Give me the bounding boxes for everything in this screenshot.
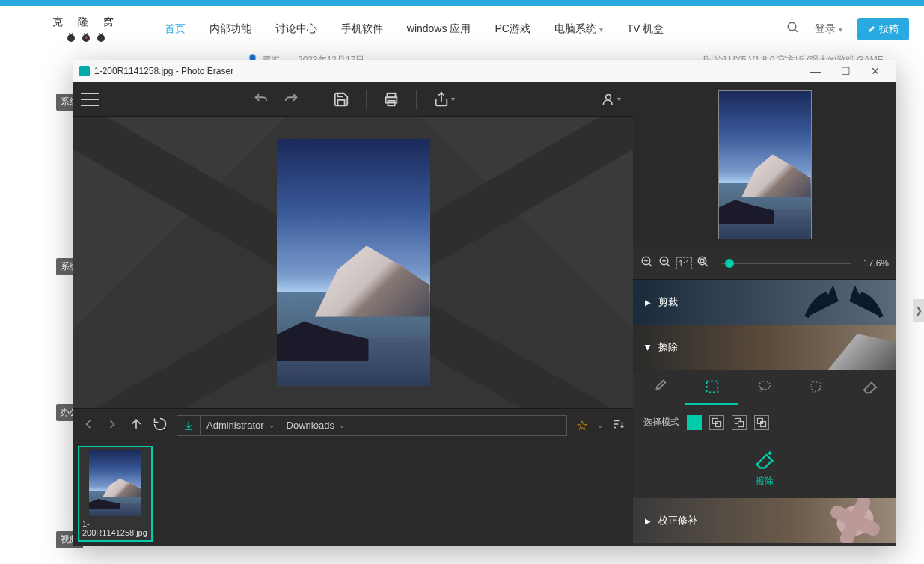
bug-icon xyxy=(95,31,107,43)
zoom-value: 17.6% xyxy=(863,258,889,269)
preview-image[interactable] xyxy=(718,90,812,239)
svg-line-25 xyxy=(649,263,652,266)
mode-new[interactable] xyxy=(687,415,702,430)
svg-point-5 xyxy=(84,33,85,34)
bandage-icon xyxy=(833,500,878,542)
brush-tool[interactable] xyxy=(633,370,685,405)
svg-point-8 xyxy=(99,33,100,34)
path-segment-user[interactable]: Administrator⌄ xyxy=(201,420,281,431)
zoom-fit-icon[interactable] xyxy=(697,255,710,272)
bug-icon xyxy=(65,31,77,43)
menu-icon[interactable] xyxy=(81,93,99,106)
erase-action-label: 擦除 xyxy=(756,475,774,488)
maximize-button[interactable]: ☐ xyxy=(830,61,860,82)
nav-discuss[interactable]: 讨论中心 xyxy=(275,22,317,36)
top-toolbar: ▾ ▾ xyxy=(73,82,633,117)
erase-action-icon xyxy=(754,450,775,470)
svg-point-34 xyxy=(759,381,771,389)
mode-subtract[interactable] xyxy=(732,415,747,430)
panel-erase[interactable]: ▶ 擦除 xyxy=(633,325,896,370)
app-icon xyxy=(79,66,90,76)
select-mode-row: 选择模式 xyxy=(633,407,896,438)
chevron-right-icon: ▶ xyxy=(645,517,651,525)
eraser-tool[interactable] xyxy=(844,370,896,405)
photo-eraser-window: 1-200R1141258.jpg - Photo Eraser — ☐ ✕ ▾ xyxy=(73,60,896,546)
svg-point-1 xyxy=(69,33,70,34)
preview-area xyxy=(633,82,896,247)
main-nav: 首页 内部功能 讨论中心 手机软件 windows 应用 PC游戏 电脑系统 ▾… xyxy=(165,22,664,36)
back-button[interactable] xyxy=(81,417,96,435)
main-image[interactable] xyxy=(277,139,430,386)
zoom-controls: 1:1 17.6% xyxy=(633,247,896,280)
file-nav-toolbar: Administrator⌄ Downloads⌄ ☆ ⌄ xyxy=(73,408,633,441)
panel-crop-label: 剪裁 xyxy=(658,295,678,309)
editor-pane: ▾ ▾ xyxy=(73,82,633,546)
site-header: 克 隆 窝 首页 内部功能 讨论中心 手机软件 windows 应用 PC游戏 … xyxy=(0,6,924,52)
path-segment-folder[interactable]: Downloads⌄ xyxy=(281,420,351,431)
zoom-in-icon[interactable] xyxy=(658,255,672,272)
zoom-slider[interactable] xyxy=(722,263,851,264)
side-expand-arrow[interactable]: ❯ xyxy=(913,299,924,322)
marquee-tool[interactable] xyxy=(685,370,738,405)
zoom-out-icon[interactable] xyxy=(640,255,654,272)
site-logo[interactable]: 克 隆 窝 xyxy=(52,16,120,43)
thumbnail-item[interactable]: 1-200R1141258.jpg xyxy=(78,446,153,542)
thumbnail-strip: 1-200R1141258.jpg xyxy=(73,441,633,546)
panel-inpaint[interactable]: ▶ 校正修补 xyxy=(633,498,896,543)
favorite-dropdown[interactable]: ⌄ xyxy=(597,421,603,429)
svg-point-2 xyxy=(72,33,73,34)
nav-mobile[interactable]: 手机软件 xyxy=(341,22,383,36)
lasso-tool[interactable] xyxy=(738,370,791,405)
nav-tvbox[interactable]: TV 机盒 xyxy=(627,22,664,36)
zoom-actual-icon[interactable]: 1:1 xyxy=(676,257,692,269)
path-bar[interactable]: Administrator⌄ Downloads⌄ xyxy=(177,415,567,436)
search-icon[interactable] xyxy=(786,21,800,37)
svg-rect-36 xyxy=(716,421,721,426)
close-button[interactable]: ✕ xyxy=(860,61,890,82)
refresh-button[interactable] xyxy=(153,417,168,435)
redo-button[interactable] xyxy=(283,91,299,108)
window-titlebar[interactable]: 1-200R1141258.jpg - Photo Eraser — ☐ ✕ xyxy=(73,60,896,82)
window-title: 1-200R1141258.jpg - Photo Eraser xyxy=(94,66,233,76)
nav-home[interactable]: 首页 xyxy=(165,22,186,36)
mode-add[interactable] xyxy=(709,415,724,430)
forward-button[interactable] xyxy=(105,417,120,435)
favorite-button[interactable]: ☆ xyxy=(576,417,588,434)
svg-rect-31 xyxy=(701,259,705,263)
nav-internal[interactable]: 内部功能 xyxy=(209,22,251,36)
bug-icon xyxy=(80,31,92,43)
mode-intersect[interactable] xyxy=(754,415,769,430)
nav-system[interactable]: 电脑系统 ▾ xyxy=(554,22,603,36)
panel-crop[interactable]: ▶ 剪裁 xyxy=(633,280,896,325)
contribute-button[interactable]: 投稿 xyxy=(857,18,909,40)
svg-point-6 xyxy=(87,33,88,34)
svg-point-30 xyxy=(699,257,707,265)
download-icon[interactable] xyxy=(177,416,201,435)
save-button[interactable] xyxy=(333,91,349,108)
svg-point-9 xyxy=(102,33,103,34)
svg-point-16 xyxy=(606,94,611,99)
user-menu[interactable]: ▾ xyxy=(601,92,621,107)
svg-point-0 xyxy=(67,34,75,42)
erase-action-button[interactable]: 擦除 xyxy=(633,438,896,498)
sort-button[interactable] xyxy=(612,417,625,434)
hands-silhouette-icon xyxy=(799,283,889,321)
nav-pcgames[interactable]: PC游戏 xyxy=(495,22,530,36)
share-button[interactable]: ▾ xyxy=(433,91,455,108)
site-top-stripe xyxy=(0,0,924,6)
logo-text: 克 隆 窝 xyxy=(52,16,120,29)
undo-button[interactable] xyxy=(253,91,269,108)
svg-line-11 xyxy=(795,29,798,32)
up-button[interactable] xyxy=(129,417,144,435)
login-link[interactable]: 登录 ▾ xyxy=(815,22,842,36)
nav-windows[interactable]: windows 应用 xyxy=(407,22,471,36)
eraser-image-icon xyxy=(799,325,896,370)
svg-point-4 xyxy=(85,36,88,39)
polygon-tool[interactable] xyxy=(791,370,843,405)
thumbnail-label: 1-200R1141258.jpg xyxy=(82,519,148,537)
canvas-area[interactable] xyxy=(73,117,633,408)
chevron-down-icon: ▶ xyxy=(644,344,652,350)
minimize-button[interactable]: — xyxy=(801,61,830,82)
chevron-right-icon: ▶ xyxy=(645,298,651,307)
print-button[interactable] xyxy=(383,91,400,108)
